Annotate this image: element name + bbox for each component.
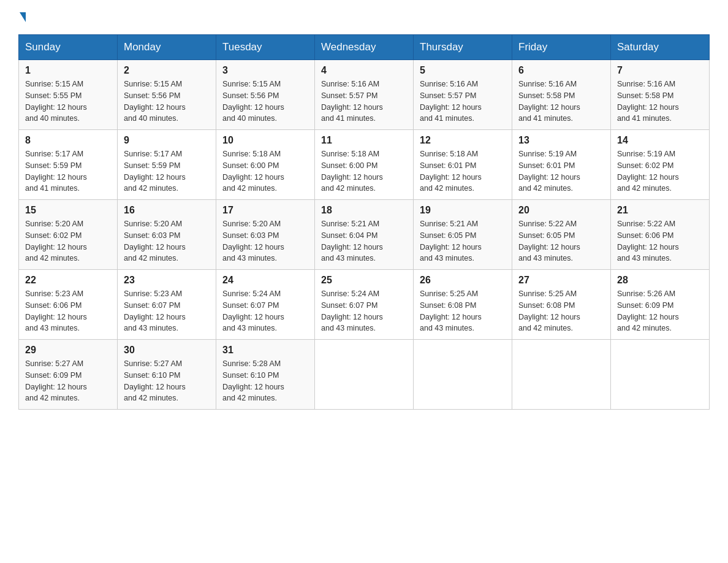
day-number: 30 xyxy=(124,345,210,356)
calendar-cell: 7 Sunrise: 5:16 AMSunset: 5:58 PMDayligh… xyxy=(611,60,710,130)
calendar-cell: 16 Sunrise: 5:20 AMSunset: 6:03 PMDaylig… xyxy=(118,200,216,270)
day-number: 3 xyxy=(222,65,308,76)
day-number: 14 xyxy=(617,135,703,146)
calendar-cell: 11 Sunrise: 5:18 AMSunset: 6:00 PMDaylig… xyxy=(315,130,414,200)
day-info: Sunrise: 5:15 AMSunset: 5:56 PMDaylight:… xyxy=(222,79,308,124)
day-info: Sunrise: 5:20 AMSunset: 6:02 PMDaylight:… xyxy=(25,218,111,264)
day-number: 20 xyxy=(518,205,604,216)
calendar-cell: 28 Sunrise: 5:26 AMSunset: 6:09 PMDaylig… xyxy=(611,270,710,340)
day-number: 22 xyxy=(25,275,111,286)
calendar-cell: 23 Sunrise: 5:23 AMSunset: 6:07 PMDaylig… xyxy=(118,270,216,340)
calendar-cell xyxy=(512,340,611,410)
day-number: 16 xyxy=(124,205,210,216)
calendar-week-row: 22 Sunrise: 5:23 AMSunset: 6:06 PMDaylig… xyxy=(19,270,710,340)
day-info: Sunrise: 5:16 AMSunset: 5:57 PMDaylight:… xyxy=(321,79,407,124)
calendar-header-friday: Friday xyxy=(512,35,611,60)
day-number: 11 xyxy=(321,135,407,146)
day-number: 25 xyxy=(321,275,407,286)
day-info: Sunrise: 5:20 AMSunset: 6:03 PMDaylight:… xyxy=(222,218,308,264)
calendar-cell: 27 Sunrise: 5:25 AMSunset: 6:08 PMDaylig… xyxy=(512,270,611,340)
day-info: Sunrise: 5:27 AMSunset: 6:09 PMDaylight:… xyxy=(25,358,111,404)
calendar-week-row: 1 Sunrise: 5:15 AMSunset: 5:55 PMDayligh… xyxy=(19,60,710,130)
day-info: Sunrise: 5:24 AMSunset: 6:07 PMDaylight:… xyxy=(222,288,308,334)
day-info: Sunrise: 5:28 AMSunset: 6:10 PMDaylight:… xyxy=(222,358,308,404)
logo xyxy=(18,12,26,22)
calendar-cell: 10 Sunrise: 5:18 AMSunset: 6:00 PMDaylig… xyxy=(216,130,315,200)
day-info: Sunrise: 5:23 AMSunset: 6:06 PMDaylight:… xyxy=(25,288,111,334)
day-info: Sunrise: 5:16 AMSunset: 5:58 PMDaylight:… xyxy=(617,79,703,124)
day-info: Sunrise: 5:25 AMSunset: 6:08 PMDaylight:… xyxy=(420,288,506,334)
calendar-cell: 22 Sunrise: 5:23 AMSunset: 6:06 PMDaylig… xyxy=(19,270,118,340)
day-info: Sunrise: 5:20 AMSunset: 6:03 PMDaylight:… xyxy=(124,218,210,264)
day-number: 29 xyxy=(25,345,111,356)
calendar-week-row: 15 Sunrise: 5:20 AMSunset: 6:02 PMDaylig… xyxy=(19,200,710,270)
day-info: Sunrise: 5:15 AMSunset: 5:55 PMDaylight:… xyxy=(25,79,111,124)
calendar-cell: 31 Sunrise: 5:28 AMSunset: 6:10 PMDaylig… xyxy=(216,340,315,410)
logo-triangle-icon xyxy=(20,12,26,22)
day-info: Sunrise: 5:21 AMSunset: 6:04 PMDaylight:… xyxy=(321,218,407,264)
day-number: 12 xyxy=(420,135,506,146)
day-number: 15 xyxy=(25,205,111,216)
calendar-cell: 24 Sunrise: 5:24 AMSunset: 6:07 PMDaylig… xyxy=(216,270,315,340)
day-number: 2 xyxy=(124,65,210,76)
day-info: Sunrise: 5:27 AMSunset: 6:10 PMDaylight:… xyxy=(124,358,210,404)
day-number: 10 xyxy=(222,135,308,146)
day-number: 28 xyxy=(617,275,703,286)
day-info: Sunrise: 5:24 AMSunset: 6:07 PMDaylight:… xyxy=(321,288,407,334)
page-header xyxy=(18,12,710,22)
calendar-cell: 25 Sunrise: 5:24 AMSunset: 6:07 PMDaylig… xyxy=(315,270,414,340)
calendar-cell: 4 Sunrise: 5:16 AMSunset: 5:57 PMDayligh… xyxy=(315,60,414,130)
day-info: Sunrise: 5:18 AMSunset: 6:00 PMDaylight:… xyxy=(321,148,407,194)
day-info: Sunrise: 5:16 AMSunset: 5:58 PMDaylight:… xyxy=(518,79,604,124)
day-info: Sunrise: 5:26 AMSunset: 6:09 PMDaylight:… xyxy=(617,288,703,334)
calendar-header-row: SundayMondayTuesdayWednesdayThursdayFrid… xyxy=(19,35,710,60)
calendar-cell: 2 Sunrise: 5:15 AMSunset: 5:56 PMDayligh… xyxy=(118,60,216,130)
calendar-cell: 17 Sunrise: 5:20 AMSunset: 6:03 PMDaylig… xyxy=(216,200,315,270)
day-number: 24 xyxy=(222,275,308,286)
day-info: Sunrise: 5:17 AMSunset: 5:59 PMDaylight:… xyxy=(25,148,111,194)
calendar-week-row: 8 Sunrise: 5:17 AMSunset: 5:59 PMDayligh… xyxy=(19,130,710,200)
calendar-cell: 3 Sunrise: 5:15 AMSunset: 5:56 PMDayligh… xyxy=(216,60,315,130)
calendar-cell: 20 Sunrise: 5:22 AMSunset: 6:05 PMDaylig… xyxy=(512,200,611,270)
day-number: 9 xyxy=(124,135,210,146)
calendar-cell: 26 Sunrise: 5:25 AMSunset: 6:08 PMDaylig… xyxy=(414,270,512,340)
day-number: 21 xyxy=(617,205,703,216)
calendar-cell: 19 Sunrise: 5:21 AMSunset: 6:05 PMDaylig… xyxy=(414,200,512,270)
day-number: 5 xyxy=(420,65,506,76)
calendar-cell: 15 Sunrise: 5:20 AMSunset: 6:02 PMDaylig… xyxy=(19,200,118,270)
calendar-cell: 1 Sunrise: 5:15 AMSunset: 5:55 PMDayligh… xyxy=(19,60,118,130)
day-info: Sunrise: 5:19 AMSunset: 6:01 PMDaylight:… xyxy=(518,148,604,194)
calendar-cell xyxy=(315,340,414,410)
calendar-header-saturday: Saturday xyxy=(611,35,710,60)
day-info: Sunrise: 5:17 AMSunset: 5:59 PMDaylight:… xyxy=(124,148,210,194)
day-number: 13 xyxy=(518,135,604,146)
calendar-cell: 6 Sunrise: 5:16 AMSunset: 5:58 PMDayligh… xyxy=(512,60,611,130)
calendar-cell: 8 Sunrise: 5:17 AMSunset: 5:59 PMDayligh… xyxy=(19,130,118,200)
day-info: Sunrise: 5:19 AMSunset: 6:02 PMDaylight:… xyxy=(617,148,703,194)
calendar-header-monday: Monday xyxy=(118,35,216,60)
calendar-cell: 14 Sunrise: 5:19 AMSunset: 6:02 PMDaylig… xyxy=(611,130,710,200)
calendar-header-wednesday: Wednesday xyxy=(315,35,414,60)
day-number: 31 xyxy=(222,345,308,356)
day-info: Sunrise: 5:25 AMSunset: 6:08 PMDaylight:… xyxy=(518,288,604,334)
day-info: Sunrise: 5:18 AMSunset: 6:00 PMDaylight:… xyxy=(222,148,308,194)
day-info: Sunrise: 5:22 AMSunset: 6:05 PMDaylight:… xyxy=(518,218,604,264)
calendar-header-sunday: Sunday xyxy=(19,35,118,60)
calendar-cell: 12 Sunrise: 5:18 AMSunset: 6:01 PMDaylig… xyxy=(414,130,512,200)
day-number: 18 xyxy=(321,205,407,216)
calendar-cell xyxy=(611,340,710,410)
calendar-cell xyxy=(414,340,512,410)
day-number: 23 xyxy=(124,275,210,286)
day-info: Sunrise: 5:18 AMSunset: 6:01 PMDaylight:… xyxy=(420,148,506,194)
day-info: Sunrise: 5:21 AMSunset: 6:05 PMDaylight:… xyxy=(420,218,506,264)
calendar-cell: 5 Sunrise: 5:16 AMSunset: 5:57 PMDayligh… xyxy=(414,60,512,130)
calendar-header-tuesday: Tuesday xyxy=(216,35,315,60)
day-info: Sunrise: 5:16 AMSunset: 5:57 PMDaylight:… xyxy=(420,79,506,124)
day-number: 1 xyxy=(25,65,111,76)
calendar-cell: 30 Sunrise: 5:27 AMSunset: 6:10 PMDaylig… xyxy=(118,340,216,410)
day-number: 4 xyxy=(321,65,407,76)
day-number: 8 xyxy=(25,135,111,146)
calendar-table: SundayMondayTuesdayWednesdayThursdayFrid… xyxy=(18,34,710,410)
day-info: Sunrise: 5:23 AMSunset: 6:07 PMDaylight:… xyxy=(124,288,210,334)
day-number: 17 xyxy=(222,205,308,216)
